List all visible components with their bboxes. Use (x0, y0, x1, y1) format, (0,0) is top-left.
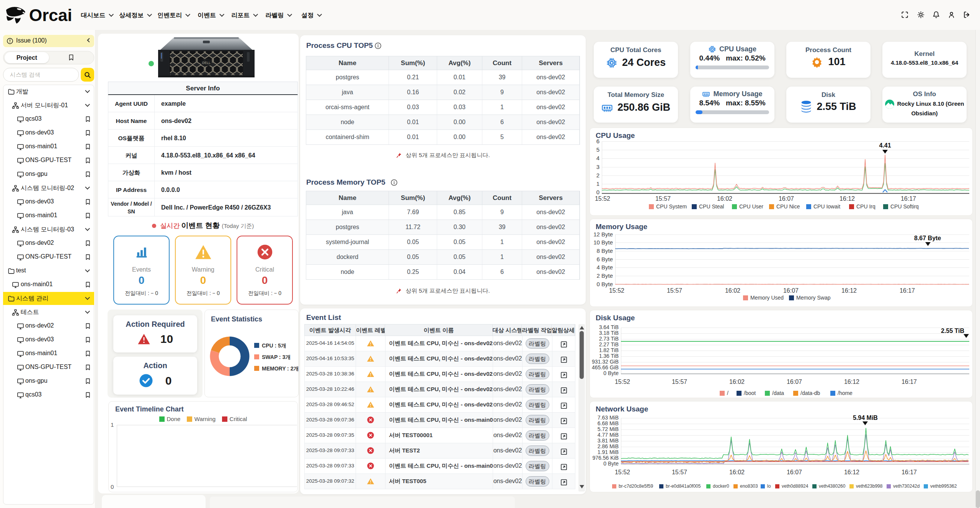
svg-text:DELL: DELL (202, 61, 211, 65)
